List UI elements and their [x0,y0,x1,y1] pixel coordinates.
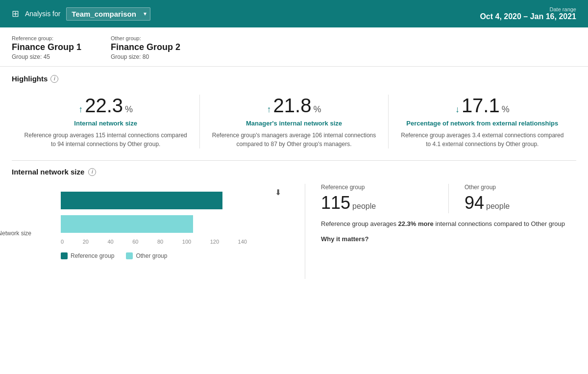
x-tick-0: 0 [61,239,64,245]
highlight-arrow-2: ↓ [455,104,460,115]
highlights-title: Highlights i [12,75,576,83]
header: ⊞ Analysis for Team_comparison Date rang… [0,0,588,27]
legend-other: Other group [126,252,167,259]
highlight-percent-1: % [313,104,321,115]
network-section-header: Internal network size i [0,161,588,176]
stats-other-unit: people [486,202,510,211]
chart-legend: Reference group Other group [61,252,301,259]
stats-ref-label: Reference group [321,184,433,191]
reference-group-label: Reference group: [12,35,81,41]
legend-other-dot [126,252,133,259]
chart-container: ⬇ [12,188,301,279]
grid-icon: ⊞ [12,8,19,19]
reference-group-info: Reference group: Finance Group 1 Group s… [12,35,81,60]
highlight-arrow-1: ↑ [267,104,271,115]
x-tick-6: 120 [210,239,219,245]
highlight-metric-1: Manager's internal network size [212,120,376,127]
reference-group-size: Group size: 45 [12,53,81,60]
other-group-size: Group size: 80 [111,53,180,60]
highlight-desc-1: Reference group's managers average 106 i… [212,131,376,149]
x-tick-3: 60 [132,239,138,245]
highlight-arrow-0: ↑ [78,104,83,115]
highlight-metric-2: Percentage of network from external rela… [400,120,564,127]
app-wrapper: ⊞ Analysis for Team_comparison Date rang… [0,0,588,374]
highlights-title-text: Highlights [12,75,48,83]
highlight-number-1: 21.8 [273,95,312,117]
legend-other-label: Other group [136,252,167,259]
x-axis: 0 20 40 60 80 100 120 140 [61,239,247,245]
stats-divider [448,184,449,213]
date-range-value: Oct 4, 2020 – Jan 16, 2021 [480,12,576,21]
stats-other-group: Other group 94 people [465,184,576,213]
highlights-info-icon[interactable]: i [50,75,58,83]
other-group-info: Other group: Finance Group 2 Group size:… [111,35,180,60]
bar-bg-ref [61,192,222,209]
stats-other-label: Other group [465,184,576,191]
bar-chart [61,192,301,233]
highlight-card-2: ↓ 17.1 % Percentage of network from exte… [389,95,576,149]
other-group-label: Other group: [111,35,180,41]
highlight-percent-2: % [502,104,510,115]
stats-description: Reference group averages 22.3% more inte… [321,219,576,229]
other-group-name: Finance Group 2 [111,42,180,52]
highlight-card-0: ↑ 22.3 % Internal network size Reference… [12,95,200,149]
stats-ref-group: Reference group 115 people [321,184,433,213]
highlight-value-row-2: ↓ 17.1 % [400,95,564,117]
network-chart-area: ⬇ [12,184,301,279]
why-it-matters[interactable]: Why it matters? [321,235,576,243]
legend-ref-dot [61,252,68,259]
stats-ref-number: 115 [321,193,350,213]
stats-ref-unit: people [352,202,376,211]
x-tick-1: 20 [83,239,89,245]
stats-group-row: Reference group 115 people Other group 9… [321,184,576,213]
x-tick-5: 100 [182,239,191,245]
highlight-card-1: ↑ 21.8 % Manager's internal network size… [200,95,388,149]
date-range-label: Date range [480,6,576,12]
highlight-desc-0: Reference group averages 115 internal co… [24,131,188,149]
stats-other-value-row: 94 people [465,193,576,213]
bar-row-other [61,215,301,233]
x-tick-7: 140 [238,239,247,245]
highlight-metric-0: Internal network size [24,120,188,127]
group-info-bar: Reference group: Finance Group 1 Group s… [0,27,588,67]
highlight-number-0: 22.3 [85,95,123,117]
bar-fill-ref [61,192,222,209]
main-content: Reference group: Finance Group 1 Group s… [0,27,588,374]
header-right: Date range Oct 4, 2020 – Jan 16, 2021 [480,6,576,21]
analysis-dropdown-wrap: Team_comparison [66,7,150,21]
legend-ref-label: Reference group [71,252,114,259]
bar-chart-label: Network size [0,230,31,237]
legend-ref: Reference group [61,252,114,259]
bar-fill-other [61,215,193,233]
header-left: ⊞ Analysis for Team_comparison [12,7,150,21]
analysis-dropdown[interactable]: Team_comparison [66,7,150,21]
highlight-value-row-1: ↑ 21.8 % [212,95,376,117]
reference-group-name: Finance Group 1 [12,42,81,52]
highlight-percent-0: % [125,104,133,115]
bar-row-ref [61,192,301,209]
network-stats-area: Reference group 115 people Other group 9… [305,184,576,279]
highlight-value-row-0: ↑ 22.3 % [24,95,188,117]
network-section: ⬇ [0,176,588,287]
x-tick-2: 40 [107,239,113,245]
network-info-icon[interactable]: i [88,168,96,176]
highlight-desc-2: Reference group averages 3.4 external co… [400,131,564,149]
highlight-number-2: 17.1 [462,95,500,117]
highlights-grid: ↑ 22.3 % Internal network size Reference… [12,83,576,152]
stats-other-number: 94 [465,193,484,213]
analysis-prefix: Analysis for [25,10,60,18]
bar-bg-other [61,215,193,233]
stats-ref-value-row: 115 people [321,193,433,213]
highlights-section: Highlights i ↑ 22.3 % Internal network s… [0,67,588,160]
network-title-text: Internal network size [12,168,84,176]
x-tick-4: 80 [157,239,163,245]
